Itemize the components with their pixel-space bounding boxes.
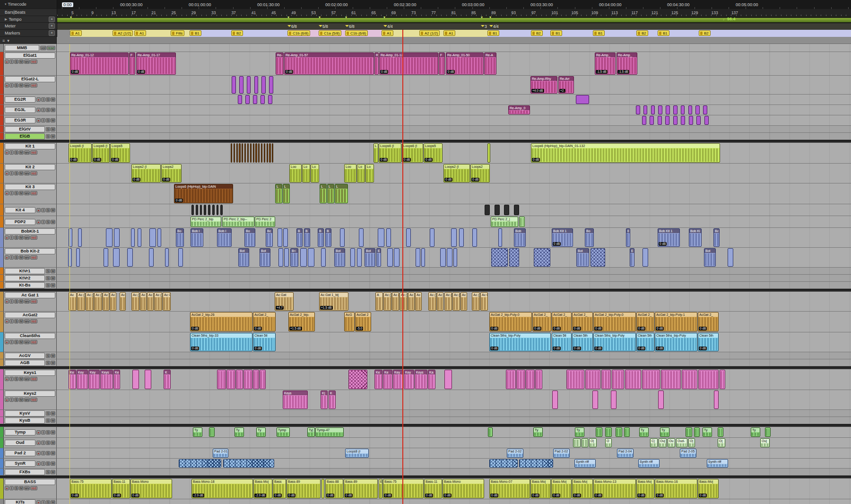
track-header-kit-1[interactable]: Kit 1●ISMwvred: [0, 143, 57, 164]
mute-button[interactable]: M: [19, 319, 24, 323]
solo-button[interactable]: S: [46, 411, 50, 416]
mute-button[interactable]: M: [51, 461, 55, 466]
record-arm-button[interactable]: ●: [5, 340, 9, 344]
clip[interactable]: [447, 248, 452, 267]
clip[interactable]: [703, 105, 707, 114]
track-lane-tymp[interactable]: TyTyTyTympTy|Tymp-47TyTyTyTyTyTy: [57, 427, 851, 438]
clip[interactable]: Tymp: [277, 427, 290, 437]
marker-chip[interactable]: C1b (6/8): [287, 30, 310, 36]
clip[interactable]: Keys: [100, 370, 113, 389]
track-header-tymp[interactable]: Tymp●ISM: [0, 427, 57, 438]
clip[interactable]: [220, 205, 223, 215]
clip[interactable]: Ac (: [415, 292, 422, 311]
track-list-collapse-icon[interactable]: ▾: [7, 38, 9, 43]
clip[interactable]: AcGat 2_bip-Poly-00 dB: [489, 312, 532, 331]
waveform-view-button[interactable]: wv: [24, 377, 30, 381]
record-arm-button[interactable]: ●: [36, 208, 41, 212]
clip[interactable]: [728, 248, 733, 267]
clip[interactable]: [491, 248, 508, 267]
clip[interactable]: Synth riff: [638, 459, 660, 468]
record-arm-button[interactable]: ●: [5, 377, 9, 381]
track-header-fxbs[interactable]: FXBsSM: [0, 469, 57, 476]
clip[interactable]: [204, 205, 206, 215]
clip[interactable]: Key: [393, 370, 403, 389]
track-header-bobkit-1[interactable]: BobKit-1●ISMwvred: [0, 228, 57, 248]
input-monitor-button[interactable]: I: [41, 451, 45, 455]
clip[interactable]: [244, 143, 246, 163]
clip[interactable]: F: [439, 52, 445, 75]
clip[interactable]: Keys: [415, 370, 427, 389]
clip[interactable]: Bass-750 dB: [70, 479, 112, 498]
track-header-elgat1[interactable]: ElGat1●ISMwvred: [0, 52, 57, 76]
clip[interactable]: Loo: [344, 164, 356, 182]
clip[interactable]: [472, 228, 477, 247]
track-header-kt-bs[interactable]: Kt-BsSM: [0, 282, 57, 289]
automation-read-button[interactable]: red: [30, 171, 37, 175]
clip[interactable]: Clean 5ths_bip-Poly0 dB: [655, 333, 697, 351]
clip[interactable]: Clean 5ths_bip-Poly0 dB: [489, 333, 551, 351]
solo-button[interactable]: S: [46, 451, 50, 455]
record-arm-button[interactable]: ●: [5, 150, 9, 155]
track-header-bass[interactable]: BASS●ISMwvred: [0, 478, 57, 499]
clip[interactable]: [444, 370, 452, 389]
clip[interactable]: [504, 205, 509, 215]
input-monitor-button[interactable]: I: [41, 208, 45, 212]
add-marker-button[interactable]: +: [49, 30, 55, 36]
clip[interactable]: AcGat 2_bip-Poly-00 dB: [593, 312, 636, 331]
clip[interactable]: [673, 105, 677, 114]
clip[interactable]: [643, 248, 648, 267]
clip[interactable]: [247, 143, 249, 163]
clip[interactable]: Tymp-47: [315, 427, 344, 437]
clip[interactable]: Re-Amp_01-120 dB: [70, 52, 129, 75]
automation-read-button[interactable]: red: [30, 83, 37, 87]
input-monitor-button[interactable]: I: [9, 340, 14, 344]
clip[interactable]: Loo: [289, 164, 302, 182]
clip[interactable]: [340, 228, 345, 247]
track-name-kit-4[interactable]: Kit 4: [5, 207, 35, 213]
clip[interactable]: Pad 2-05: [680, 449, 696, 458]
track-name-kits[interactable]: KITs: [5, 499, 35, 504]
tempo-ruler[interactable]: ▾▾▾▾▾▾▾♩96.4: [57, 16, 851, 23]
record-arm-button[interactable]: ●: [5, 83, 9, 87]
clip[interactable]: O: [605, 438, 612, 447]
track-header-keys1[interactable]: Keys1●ISMwvred: [0, 369, 57, 390]
track-list-menu-icon[interactable]: ≡: [2, 38, 5, 43]
solo-button[interactable]: S: [14, 319, 18, 323]
clip[interactable]: [253, 143, 254, 163]
clip[interactable]: [231, 143, 232, 163]
mute-button[interactable]: M: [19, 150, 24, 155]
clip[interactable]: [200, 205, 202, 215]
track-name-keys2[interactable]: Keys2: [5, 391, 55, 397]
track-lane-keys2[interactable]: KeysK|K: [57, 390, 851, 410]
mute-button[interactable]: M: [19, 377, 24, 381]
clip[interactable]: [519, 217, 525, 227]
clip[interactable]: [406, 228, 411, 247]
record-arm-button[interactable]: ●: [5, 299, 9, 304]
clip[interactable]: [682, 370, 697, 389]
track-name-pdp2[interactable]: PDP2: [5, 219, 35, 225]
mute-button[interactable]: M: [51, 108, 55, 112]
clip[interactable]: C|: [650, 438, 658, 447]
clip[interactable]: [488, 427, 493, 437]
clip[interactable]: [625, 370, 641, 389]
clip[interactable]: [394, 248, 399, 267]
track-lane-eg3l[interactable]: Re-Amp_0: [57, 105, 851, 115]
clip[interactable]: Re-Arr+2.: [558, 76, 574, 94]
clip[interactable]: Bob Kit 10 dB: [552, 228, 573, 247]
timebase-dropdown-icon[interactable]: ▾: [5, 2, 7, 6]
solo-button[interactable]: S: [46, 134, 50, 139]
track-name-ac-gat-1[interactable]: Ac Gat 1: [5, 292, 55, 298]
track-lane-keys1[interactable]: KeKeyKeyKeysKeKKeKeKeyKeyKeysKa: [57, 369, 851, 390]
clip[interactable]: [658, 116, 662, 125]
marker-chip[interactable]: A2 (1/2): [113, 30, 133, 36]
marker-chip[interactable]: B2: [231, 30, 243, 36]
clip[interactable]: [658, 105, 662, 114]
clip[interactable]: Ty: [575, 427, 584, 437]
solo-button[interactable]: S: [14, 235, 18, 240]
clip[interactable]: Lo: [365, 164, 374, 182]
clip[interactable]: Ty: [533, 427, 543, 437]
clip[interactable]: AcGat 2_0 dB: [253, 312, 276, 331]
clip[interactable]: Bass-Mono0 dB: [443, 479, 484, 498]
clip[interactable]: L: [373, 143, 378, 163]
clip[interactable]: AcG: [344, 312, 355, 331]
